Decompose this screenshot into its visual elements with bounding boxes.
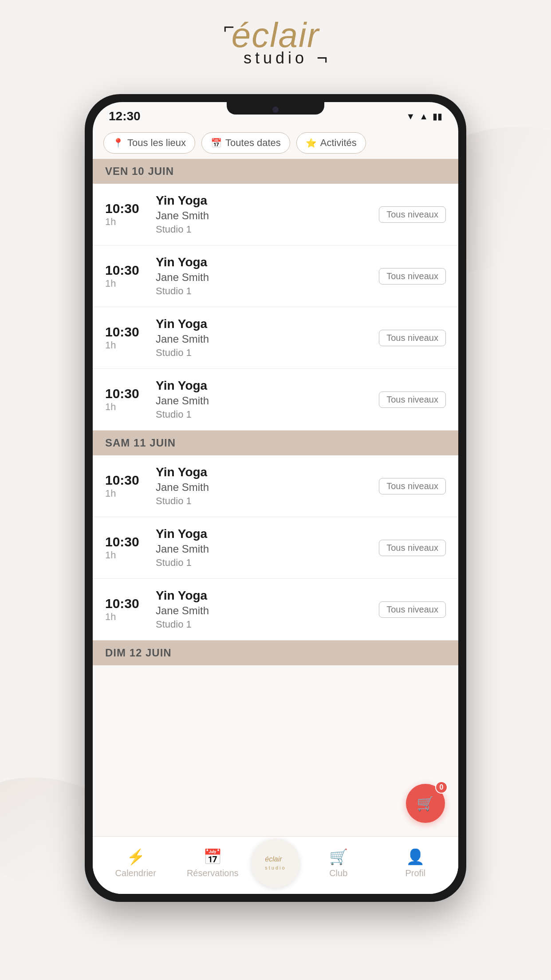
class-time: 10:30	[105, 473, 145, 488]
class-instructor: Jane Smith	[156, 605, 368, 617]
nav-profil[interactable]: 👤 Profil	[377, 848, 454, 878]
cart-fab[interactable]: 🛒 0	[406, 784, 445, 823]
schedule-scroll[interactable]: VEN 10 JUIN 10:30 1h Yin Yoga Jane Smith…	[93, 159, 458, 836]
location-icon: 📍	[113, 138, 124, 148]
date-header-1: SAM 11 JUIN	[93, 431, 458, 455]
class-time-col: 10:30 1h	[105, 201, 145, 228]
class-name: Yin Yoga	[156, 255, 368, 269]
class-time: 10:30	[105, 201, 145, 216]
camera	[272, 107, 279, 113]
class-studio: Studio 1	[156, 347, 368, 359]
class-level-badge: Tous niveaux	[379, 268, 446, 285]
logo-area: ⌐ éclair studio ¬	[232, 18, 319, 67]
class-time-col: 10:30 1h	[105, 263, 145, 289]
filter-location-label: Tous les lieux	[127, 137, 186, 149]
bracket-br: ¬	[317, 49, 328, 67]
class-level-badge: Tous niveaux	[379, 601, 446, 618]
calendrier-icon: ⚡	[126, 848, 145, 865]
class-instructor: Jane Smith	[156, 209, 368, 222]
status-icons: ▼ ▲ ▮▮	[406, 111, 442, 122]
class-level-badge: Tous niveaux	[379, 391, 446, 408]
class-duration: 1h	[105, 340, 145, 351]
class-item[interactable]: 10:30 1h Yin Yoga Jane Smith Studio 1 To…	[93, 307, 458, 369]
nav-home[interactable]: éclairstudio	[251, 839, 300, 888]
filter-date[interactable]: 📅 Toutes dates	[201, 132, 290, 154]
class-item[interactable]: 10:30 1h Yin Yoga Jane Smith Studio 1 To…	[93, 369, 458, 431]
filter-location[interactable]: 📍 Tous les lieux	[103, 132, 195, 154]
reservations-icon: 📅	[203, 848, 222, 865]
cart-badge: 0	[435, 781, 448, 794]
class-time: 10:30	[105, 263, 145, 278]
date-header-2: DIM 12 JUIN	[93, 640, 458, 665]
battery-icon: ▮▮	[433, 111, 442, 122]
class-time-col: 10:30 1h	[105, 473, 145, 499]
class-level-badge: Tous niveaux	[379, 540, 446, 556]
class-name: Yin Yoga	[156, 589, 368, 603]
cart-fab-icon: 🛒	[417, 795, 434, 812]
class-item[interactable]: 10:30 1h Yin Yoga Jane Smith Studio 1 To…	[93, 517, 458, 579]
phone-frame: 12:30 ▼ ▲ ▮▮ 📍 Tous les lieux 📅 Toutes d…	[85, 94, 466, 902]
class-studio: Studio 1	[156, 224, 368, 235]
date-header-0: VEN 10 JUIN	[93, 159, 458, 184]
phone-inner: 12:30 ▼ ▲ ▮▮ 📍 Tous les lieux 📅 Toutes d…	[93, 102, 458, 894]
class-item[interactable]: 10:30 1h Yin Yoga Jane Smith Studio 1 To…	[93, 455, 458, 517]
class-info: Yin Yoga Jane Smith Studio 1	[156, 527, 368, 569]
class-instructor: Jane Smith	[156, 543, 368, 555]
class-info: Yin Yoga Jane Smith Studio 1	[156, 255, 368, 297]
class-studio: Studio 1	[156, 495, 368, 507]
class-level-badge: Tous niveaux	[379, 478, 446, 494]
class-time-col: 10:30 1h	[105, 534, 145, 561]
filter-bar: 📍 Tous les lieux 📅 Toutes dates ⭐ Activi…	[93, 127, 458, 159]
class-time: 10:30	[105, 386, 145, 401]
class-info: Yin Yoga Jane Smith Studio 1	[156, 194, 368, 235]
reservations-label: Réservations	[187, 868, 239, 878]
signal-icon: ▲	[419, 111, 428, 122]
class-studio: Studio 1	[156, 557, 368, 569]
filter-date-label: Toutes dates	[225, 137, 281, 149]
logo-eclair: éclair	[232, 18, 319, 52]
class-studio: Studio 1	[156, 285, 368, 297]
wifi-icon: ▼	[406, 111, 415, 122]
class-instructor: Jane Smith	[156, 271, 368, 284]
class-name: Yin Yoga	[156, 465, 368, 479]
class-name: Yin Yoga	[156, 527, 368, 541]
class-name: Yin Yoga	[156, 194, 368, 208]
class-duration: 1h	[105, 216, 145, 228]
class-duration: 1h	[105, 278, 145, 289]
status-time: 12:30	[109, 109, 141, 123]
class-time: 10:30	[105, 324, 145, 340]
class-item[interactable]: 10:30 1h Yin Yoga Jane Smith Studio 1 To…	[93, 245, 458, 307]
nav-reservations[interactable]: 📅 Réservations	[174, 848, 252, 878]
class-time-col: 10:30 1h	[105, 386, 145, 413]
class-studio: Studio 1	[156, 409, 368, 420]
date-icon: 📅	[211, 138, 222, 148]
filter-activity-label: Activités	[320, 137, 357, 149]
profil-label: Profil	[405, 868, 425, 878]
logo-wrapper: ⌐ éclair studio ¬	[232, 18, 319, 67]
club-label: Club	[329, 868, 347, 878]
nav-calendrier[interactable]: ⚡ Calendrier	[97, 848, 174, 878]
class-time-col: 10:30 1h	[105, 324, 145, 351]
phone-notch	[227, 102, 324, 115]
profil-icon: 👤	[406, 848, 425, 865]
class-name: Yin Yoga	[156, 379, 368, 393]
filter-activity[interactable]: ⭐ Activités	[296, 132, 366, 154]
class-info: Yin Yoga Jane Smith Studio 1	[156, 317, 368, 359]
logo-studio: studio	[232, 49, 319, 67]
club-icon: 🛒	[329, 848, 348, 865]
class-level-badge: Tous niveaux	[379, 206, 446, 223]
nav-club[interactable]: 🛒 Club	[300, 848, 377, 878]
class-studio: Studio 1	[156, 619, 368, 630]
class-level-badge: Tous niveaux	[379, 330, 446, 346]
class-instructor: Jane Smith	[156, 395, 368, 407]
class-time: 10:30	[105, 596, 145, 611]
star-icon: ⭐	[306, 138, 317, 148]
class-item[interactable]: 10:30 1h Yin Yoga Jane Smith Studio 1 To…	[93, 184, 458, 245]
class-duration: 1h	[105, 488, 145, 499]
class-item[interactable]: 10:30 1h Yin Yoga Jane Smith Studio 1 To…	[93, 579, 458, 640]
class-info: Yin Yoga Jane Smith Studio 1	[156, 589, 368, 630]
class-duration: 1h	[105, 611, 145, 623]
calendrier-label: Calendrier	[115, 868, 156, 878]
class-info: Yin Yoga Jane Smith Studio 1	[156, 379, 368, 420]
bottom-nav: ⚡ Calendrier 📅 Réservations éclairstudio…	[93, 836, 458, 894]
